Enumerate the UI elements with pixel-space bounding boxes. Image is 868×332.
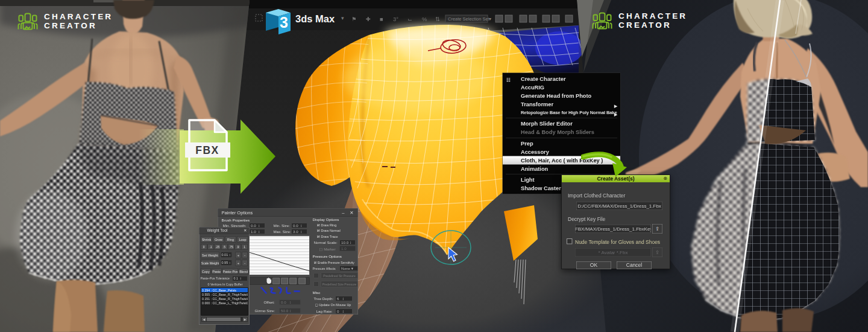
svg-text:%: % xyxy=(422,16,427,22)
svg-text:FBX: FBX xyxy=(195,144,219,156)
svg-text:3°: 3° xyxy=(393,16,398,22)
svg-text:▾: ▾ xyxy=(489,16,491,22)
svg-text:⌙: ⌙ xyxy=(407,16,412,22)
svg-text:■: ■ xyxy=(380,16,383,22)
svg-text:⇅: ⇅ xyxy=(435,16,440,22)
svg-text:⚑: ⚑ xyxy=(351,16,357,22)
svg-text:3ds Max: 3ds Max xyxy=(295,13,335,24)
svg-text:✚: ✚ xyxy=(366,16,371,22)
svg-text:Create Selection Set: Create Selection Set xyxy=(448,16,490,22)
svg-text:3: 3 xyxy=(280,14,288,31)
svg-text:▾: ▾ xyxy=(341,15,344,21)
